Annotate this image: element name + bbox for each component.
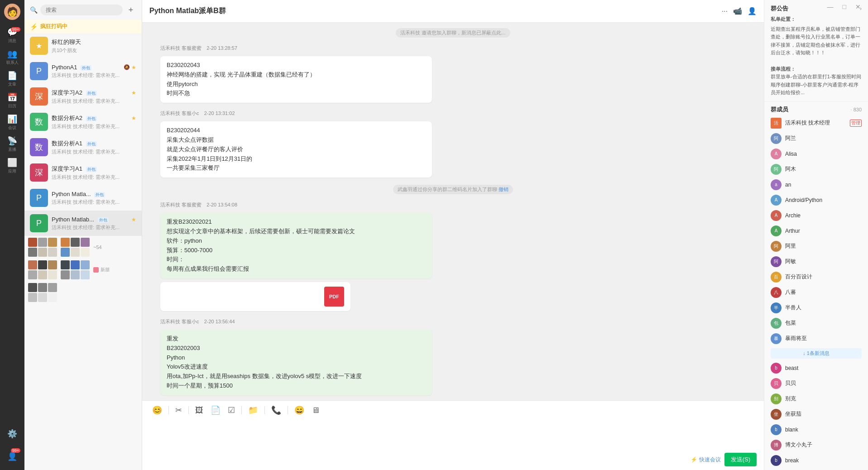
message-group: 活禾科技 客服蜜蜜 2-20 13:28:57 B230202043 神经网络的… <box>160 45 746 103</box>
sidebar-item-articles[interactable]: 📄 文章 <box>2 69 22 89</box>
member-avatar: 阿 <box>771 164 782 175</box>
member-item[interactable]: 阿 阿敏 <box>764 254 868 269</box>
new-messages-tip[interactable]: ↓ 1条新消息 <box>771 348 862 359</box>
chat-toolbar: 😊 ✂ 🖼 📄 ☑ 📁 📞 😄 🖥 <box>142 400 764 420</box>
member-item[interactable]: 坐 坐获茄 <box>764 407 868 422</box>
articles-icon: 📄 <box>7 71 17 81</box>
folder-button[interactable]: 📁 <box>245 403 261 417</box>
sidebar-item-apps[interactable]: ⬜ 应用 <box>2 156 22 176</box>
member-avatar: 阿 <box>771 241 782 252</box>
member-item[interactable]: A Android/Python <box>764 192 868 208</box>
check-button[interactable]: ☑ <box>225 403 238 417</box>
sidebar-item-live[interactable]: 📡 直播 <box>2 134 22 154</box>
list-item[interactable]: P Python Matlab... 外包 ★ 活禾科技 技术经理: 需求补充.… <box>24 211 142 236</box>
member-item[interactable]: 别 别克 <box>764 391 868 407</box>
revoke-link[interactable]: 撤销 <box>499 187 508 192</box>
member-avatar: 百 <box>771 272 782 283</box>
file-button[interactable]: 📄 <box>208 403 223 417</box>
cut-button[interactable]: ✂ <box>173 403 185 417</box>
member-item[interactable]: 博 博文小丸子 <box>764 437 868 453</box>
member-item[interactable]: 百 百分百设计 <box>764 269 868 285</box>
member-item[interactable]: b blank <box>764 422 868 437</box>
member-avatar: b <box>771 363 782 374</box>
chat-header: Python Matlab派单B群 ··· 📹 👤 <box>142 0 764 23</box>
message-time: 2-20 13:28:57 <box>206 45 237 51</box>
phone-button[interactable]: 📞 <box>269 403 284 417</box>
search-bar: 🔍 + <box>24 0 142 20</box>
members-header: 群成员 · 830 <box>764 102 868 115</box>
more-options-button[interactable]: ··· <box>722 7 728 15</box>
screen-button[interactable]: 🖥 <box>309 404 322 417</box>
header-actions: ··· 📹 👤 <box>722 7 757 15</box>
member-item[interactable]: 八 八蕃 <box>764 285 868 300</box>
member-avatar: 包 <box>771 318 782 329</box>
quick-meeting-button[interactable]: ⚡ 快速会议 <box>691 456 721 464</box>
close-button[interactable]: ✕ <box>855 3 861 10</box>
member-item[interactable]: 阿 阿里 <box>764 239 868 254</box>
more-emoji-button[interactable]: 😄 <box>292 403 307 417</box>
search-input[interactable] <box>40 5 123 15</box>
add-chat-button[interactable]: + <box>125 5 136 15</box>
user-info-button[interactable]: 👤 <box>748 7 757 15</box>
settings-icon: ⚙️ <box>7 429 17 439</box>
sidebar-item-contacts[interactable]: 👥 联系人 <box>2 47 22 67</box>
minimize-button[interactable]: — <box>827 3 834 10</box>
avatar: 深 <box>30 163 48 182</box>
list-item[interactable]: 深 深度学习A1 外包 活禾科技 技术经理: 需求补充... <box>24 160 142 185</box>
apps-icon: ⬜ <box>7 158 17 168</box>
member-item[interactable]: a an <box>764 177 868 192</box>
list-item[interactable]: P Python Matla... 外包 活禾科技 技术经理: 需求补充... <box>24 185 142 211</box>
pdf-attachment[interactable]: PDF <box>160 282 350 311</box>
sidebar: 🧑 💬 消息 99+ 👥 联系人 📄 文章 📅 日历 📊 <box>0 0 24 470</box>
list-item[interactable]: ★ 标红的聊天 共10个朋友 <box>24 33 142 58</box>
member-item[interactable]: 阿 阿兰 <box>764 131 868 146</box>
member-item-arthur[interactable]: A Arthur <box>764 223 868 239</box>
member-avatar: A <box>771 195 782 206</box>
member-name-arthur: Arthur <box>785 228 800 234</box>
sidebar-item-meeting[interactable]: 📊 会议 <box>2 112 22 132</box>
member-item-beast[interactable]: b beast <box>764 360 868 376</box>
members-count: 830 <box>854 107 862 112</box>
crazy-code-banner[interactable]: ⚡ 疯狂打码中 <box>24 20 142 33</box>
list-item[interactable]: P PythonA1 外包 🔕 ★ 活禾科技 技术经理: 需求补充... <box>24 58 142 84</box>
sidebar-item-chat[interactable]: 💬 消息 99+ <box>2 25 22 45</box>
sidebar-item-profile[interactable]: 👤 99+ <box>2 446 22 466</box>
system-tip: 武鑫羽通过你分享的群二维码名片加入了群聊 撤销 <box>393 185 513 194</box>
member-item[interactable]: 包 包菜 <box>764 316 868 331</box>
member-item-admin[interactable]: 活 活禾科技 技术经理 管理 <box>764 115 868 131</box>
member-item[interactable]: 半 半兽人 <box>764 300 868 316</box>
member-avatar: 阿 <box>771 256 782 267</box>
chat-input[interactable] <box>149 423 757 451</box>
user-avatar[interactable]: 🧑 <box>4 4 20 20</box>
message-bubble: 重发 B230202003 Python Yolov5改进速度 用ota,加Pp… <box>160 330 432 395</box>
sidebar-item-calendar[interactable]: 📅 日历 <box>2 91 22 110</box>
image-button[interactable]: 🖼 <box>192 404 206 417</box>
member-item[interactable]: B Brian Adams <box>764 468 868 470</box>
message-time: 2-20 13:56:44 <box>204 319 235 324</box>
star-icon: ★ <box>131 64 136 71</box>
send-button[interactable]: 发送(S) <box>724 453 757 466</box>
member-item[interactable]: A Archie <box>764 208 868 223</box>
member-item[interactable]: A Alisa <box>764 146 868 162</box>
member-item[interactable]: b break <box>764 453 868 468</box>
sidebar-item-settings[interactable]: ⚙️ <box>2 424 22 444</box>
right-panel: 群公告 › 私单处置： 近期查出某程序员私单，被店铺管查部门查处，删除账号拉入行… <box>764 0 868 470</box>
chat-messages: 活禾科技 邀请您加入群聊，新消息已屏蔽点此... 活禾科技 客服蜜蜜 2-20 … <box>142 23 764 400</box>
list-item[interactable]: 数 数据分析A2 外包 ★ 活禾科技 技术经理: 需求补充... <box>24 109 142 134</box>
contacts-icon: 👥 <box>7 49 17 59</box>
list-item[interactable]: 数 数据分析A1 外包 活禾科技 技术经理: 需求补充... <box>24 134 142 160</box>
maximize-button[interactable]: □ <box>843 3 846 10</box>
member-avatar: 阿 <box>771 133 782 144</box>
member-item[interactable]: 阿 阿木 <box>764 162 868 177</box>
star-icon: ★ <box>131 90 136 96</box>
member-avatar: 暴 <box>771 333 782 344</box>
emoji-button[interactable]: 😊 <box>149 403 165 417</box>
list-item[interactable]: 深 深度学习A2 外包 ★ 活禾科技 技术经理: 需求补充... <box>24 84 142 109</box>
member-item[interactable]: 暴 暴雨将至 <box>764 331 868 346</box>
chat-list-panel: 🔍 + ⚡ 疯狂打码中 ★ 标红的聊天 共10个朋友 <box>24 0 142 470</box>
star-icon: ★ <box>131 115 136 121</box>
video-call-button[interactable]: 📹 <box>733 7 742 15</box>
member-item[interactable]: 贝 贝贝 <box>764 376 868 391</box>
message-bubble: 重发B230202021 想实现这个文章中的基本框架，后续还需要创新，硕士可能需… <box>160 213 432 278</box>
chat-input-area: ⚡ 快速会议 发送(S) <box>142 420 764 470</box>
